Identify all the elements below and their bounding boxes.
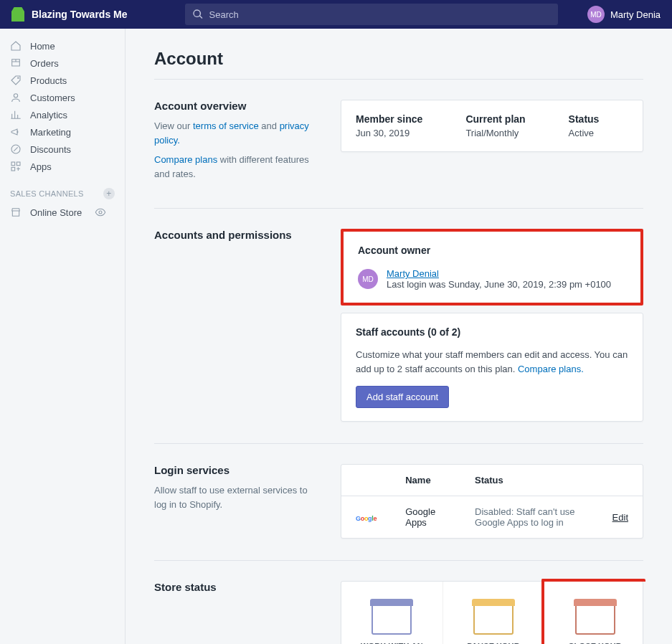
owner-last-login: Last login was Sunday, June 30, 2019, 2:… xyxy=(387,279,611,290)
sidebar-item-customers[interactable]: Customers xyxy=(0,89,125,106)
svg-point-6 xyxy=(99,211,102,214)
page-title: Account xyxy=(154,49,643,69)
megaphone-icon xyxy=(10,126,22,138)
sidebar-heading-label: SALES CHANNELS xyxy=(10,189,84,198)
pause-store-card: PAUSE YOUR STORE Take a break from selli… xyxy=(443,582,545,644)
status-label: Status xyxy=(569,113,600,125)
section-store-status: Store status WORK WITH AN EXPERT Our Sho… xyxy=(154,581,643,644)
expert-store-icon xyxy=(372,595,412,635)
sidebar-item-analytics[interactable]: Analytics xyxy=(0,106,125,123)
apps-icon xyxy=(10,161,22,172)
store-icon xyxy=(10,207,22,218)
login-services-heading: Login services xyxy=(154,464,312,476)
orders-icon xyxy=(10,57,22,69)
work-with-expert-card: WORK WITH AN EXPERT Our Shopify Experts … xyxy=(341,582,443,644)
overview-compare: Compare plans with different features an… xyxy=(154,153,312,181)
compare-plans-link[interactable]: Compare plans xyxy=(154,154,217,165)
section-permissions: Accounts and permissions Account owner M… xyxy=(154,229,643,422)
status-value: Active xyxy=(569,128,600,138)
sidebar-item-online-store[interactable]: Online Store xyxy=(0,204,125,221)
sidebar-item-label: Orders xyxy=(30,58,59,69)
user-avatar[interactable]: MD xyxy=(587,6,605,23)
customer-icon xyxy=(10,92,22,103)
svg-rect-3 xyxy=(11,162,15,166)
sidebar-item-label: Marketing xyxy=(30,127,71,138)
sidebar-heading-channels: SALES CHANNELS + xyxy=(0,175,125,204)
sidebar-item-marketing[interactable]: Marketing xyxy=(0,123,125,141)
analytics-icon xyxy=(10,109,22,120)
discount-icon xyxy=(10,143,22,155)
col-name: Name xyxy=(391,465,460,496)
tos-link[interactable]: terms of service xyxy=(193,120,259,131)
table-row: Google Google Apps Disabled: Staff can't… xyxy=(341,496,643,539)
divider xyxy=(154,208,643,209)
login-services-table: Name Status Google Google Apps Disabled:… xyxy=(341,465,643,538)
pause-store-icon xyxy=(473,595,514,635)
sidebar-item-apps[interactable]: Apps xyxy=(0,158,125,175)
search-placeholder: Search xyxy=(209,9,239,20)
section-login-services: Login services Allow staff to use extern… xyxy=(154,464,643,539)
account-owner-heading: Account owner xyxy=(358,245,626,256)
owner-avatar: MD xyxy=(358,269,378,289)
sidebar-item-label: Apps xyxy=(30,161,52,172)
svg-point-1 xyxy=(14,94,17,98)
overview-desc: View our terms of service and privacy po… xyxy=(154,119,312,147)
close-store-icon xyxy=(575,595,615,635)
edit-link[interactable]: Edit xyxy=(612,512,628,523)
owner-name-link[interactable]: Marty Denial xyxy=(387,268,439,279)
svg-rect-4 xyxy=(16,162,20,166)
staff-accounts-desc: Customize what your staff members can ed… xyxy=(356,348,628,376)
view-icon[interactable] xyxy=(95,207,106,218)
main-content: Account Account overview View our terms … xyxy=(126,29,672,644)
home-icon xyxy=(10,40,22,52)
shopify-logo-icon xyxy=(11,7,24,22)
account-owner-highlight: Account owner MD Marty Denial Last login… xyxy=(341,229,643,306)
member-since-value: Jun 30, 2019 xyxy=(356,128,422,138)
sidebar-item-products[interactable]: Products xyxy=(0,72,125,89)
current-plan-value: Trial/Monthly xyxy=(465,128,525,138)
current-plan-label: Current plan xyxy=(465,113,525,125)
login-services-desc: Allow staff to use external services to … xyxy=(154,483,312,511)
svg-point-0 xyxy=(18,77,19,78)
search-icon xyxy=(192,9,204,20)
sidebar-item-label: Analytics xyxy=(30,110,67,120)
tag-icon xyxy=(10,75,22,86)
close-store-highlight: CLOSE YOUR STORE Turn off your online st… xyxy=(541,579,645,644)
member-since-label: Member since xyxy=(356,113,422,125)
sidebar: Home Orders Products Customers Analytics… xyxy=(0,29,126,644)
topbar: Blazing Towards Me Search MD Marty Denia xyxy=(0,0,672,29)
divider xyxy=(154,560,643,561)
sidebar-item-discounts[interactable]: Discounts xyxy=(0,141,125,158)
compare-plans-link-staff[interactable]: Compare plans. xyxy=(518,364,584,374)
svg-rect-5 xyxy=(11,167,15,171)
sidebar-item-label: Discounts xyxy=(30,144,71,155)
sidebar-item-label: Customers xyxy=(30,93,75,103)
sidebar-item-label: Online Store xyxy=(30,207,82,218)
permissions-heading: Accounts and permissions xyxy=(154,229,312,241)
divider xyxy=(154,443,643,444)
google-logo-icon: Google xyxy=(356,515,377,522)
store-name[interactable]: Blazing Towards Me xyxy=(32,9,128,20)
divider xyxy=(154,79,643,80)
service-status: Disabled: Staff can't use Google Apps to… xyxy=(460,496,598,539)
add-staff-button[interactable]: Add staff account xyxy=(356,386,449,408)
sidebar-item-label: Home xyxy=(30,41,55,52)
staff-accounts-heading: Staff accounts (0 of 2) xyxy=(356,326,628,338)
search-input[interactable]: Search xyxy=(185,4,558,25)
col-status: Status xyxy=(460,465,598,496)
sidebar-item-label: Products xyxy=(30,75,67,86)
add-channel-button[interactable]: + xyxy=(103,188,115,199)
sidebar-item-home[interactable]: Home xyxy=(0,37,125,55)
user-name[interactable]: Marty Denia xyxy=(610,9,661,20)
overview-heading: Account overview xyxy=(154,100,312,112)
section-overview: Account overview View our terms of servi… xyxy=(154,100,643,186)
sidebar-item-orders[interactable]: Orders xyxy=(0,55,125,72)
service-name: Google Apps xyxy=(391,496,460,539)
store-status-heading: Store status xyxy=(154,581,312,593)
